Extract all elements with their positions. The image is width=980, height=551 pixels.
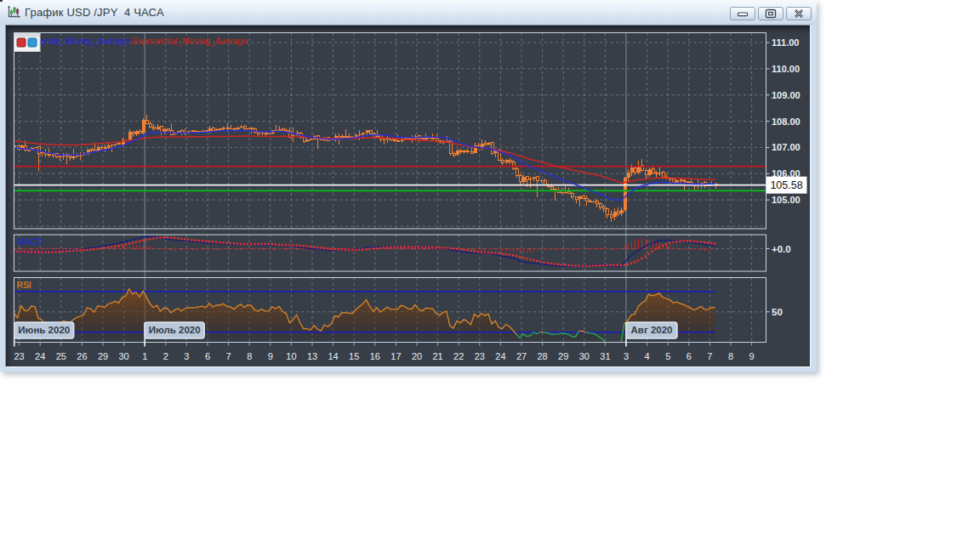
month-box-label: Июль 2020 bbox=[149, 325, 201, 335]
svg-text:28: 28 bbox=[537, 351, 547, 361]
restore-button[interactable] bbox=[758, 7, 783, 20]
svg-text:.Exponential_Moving_Average: .Exponential_Moving_Average bbox=[129, 36, 247, 46]
rsi-area-fill bbox=[10, 289, 715, 344]
svg-text:6: 6 bbox=[205, 351, 210, 361]
svg-text:10: 10 bbox=[286, 351, 296, 361]
svg-text:20: 20 bbox=[412, 351, 422, 361]
svg-text:105.00: 105.00 bbox=[772, 195, 801, 205]
svg-text:22: 22 bbox=[453, 351, 464, 361]
fast-ema-line-blue bbox=[10, 130, 715, 200]
svg-text:8: 8 bbox=[247, 351, 252, 361]
close-button[interactable] bbox=[786, 7, 812, 20]
svg-text:17: 17 bbox=[390, 351, 401, 361]
window-controls bbox=[730, 7, 812, 20]
svg-text:8: 8 bbox=[728, 351, 733, 361]
svg-text:2: 2 bbox=[163, 351, 168, 361]
svg-text:29: 29 bbox=[98, 351, 108, 361]
window-corner-artifact bbox=[0, 0, 3, 2]
indicator-legend: Exponential_Moving_Average.Exponential_M… bbox=[14, 33, 248, 52]
svg-text:23: 23 bbox=[475, 351, 485, 361]
svg-text:4: 4 bbox=[645, 351, 650, 361]
svg-text:110.00: 110.00 bbox=[772, 64, 800, 74]
svg-text:25: 25 bbox=[56, 351, 66, 361]
svg-text:109.00: 109.00 bbox=[772, 90, 801, 100]
month-box-label: Июнь 2020 bbox=[18, 325, 70, 335]
svg-text:108.00: 108.00 bbox=[772, 116, 801, 127]
svg-text:3: 3 bbox=[184, 351, 189, 361]
panel-labels: MACDRSI bbox=[17, 236, 43, 290]
svg-text:9: 9 bbox=[749, 351, 755, 361]
rsi-mid-label: 50 bbox=[772, 307, 783, 317]
svg-text:7: 7 bbox=[707, 351, 712, 361]
svg-text:31: 31 bbox=[600, 351, 610, 361]
restore-icon bbox=[765, 9, 777, 19]
legend-swatch-red bbox=[17, 38, 26, 47]
candlesticks-layer bbox=[9, 115, 717, 222]
svg-text:6: 6 bbox=[687, 351, 692, 361]
minimize-button[interactable] bbox=[730, 7, 755, 20]
desktop: График USD /JPY 4 ЧАСА bbox=[0, 0, 980, 551]
svg-text:14: 14 bbox=[328, 351, 338, 361]
chart-window[interactable]: График USD /JPY 4 ЧАСА bbox=[0, 0, 817, 372]
svg-text:21: 21 bbox=[432, 351, 442, 361]
month-separator-lines bbox=[145, 33, 626, 343]
macd-line bbox=[10, 236, 715, 266]
macd-signal-dots bbox=[9, 236, 716, 267]
svg-text:107.00: 107.00 bbox=[772, 142, 801, 152]
svg-text:105.58: 105.58 bbox=[770, 179, 802, 191]
time-axis: 2324252629301236789101314151617202122232… bbox=[14, 343, 754, 362]
svg-text:24: 24 bbox=[35, 351, 45, 361]
slow-ema-line-red bbox=[10, 136, 715, 183]
svg-text:3: 3 bbox=[624, 351, 629, 361]
svg-text:16: 16 bbox=[370, 351, 380, 361]
svg-text:13: 13 bbox=[307, 351, 317, 361]
svg-text:5: 5 bbox=[665, 351, 670, 361]
svg-text:15: 15 bbox=[349, 351, 359, 361]
svg-text:23: 23 bbox=[14, 351, 24, 361]
candlestick-chart-icon bbox=[7, 5, 21, 20]
month-box-label: Авг 2020 bbox=[631, 325, 673, 335]
current-price-tag: 105.58 bbox=[766, 177, 807, 194]
svg-text:7: 7 bbox=[226, 351, 231, 361]
svg-text:29: 29 bbox=[558, 351, 568, 361]
chart-canvas[interactable]: 111.00110.00109.00108.00107.00106.00105.… bbox=[6, 26, 810, 366]
macd-label: MACD bbox=[17, 236, 43, 247]
minimize-icon bbox=[737, 9, 749, 18]
svg-text:24: 24 bbox=[495, 351, 505, 361]
title-bar[interactable]: График USD /JPY 4 ЧАСА bbox=[0, 0, 817, 25]
svg-text:1: 1 bbox=[142, 351, 147, 361]
svg-text:111.00: 111.00 bbox=[772, 37, 799, 48]
svg-text:30: 30 bbox=[579, 351, 590, 361]
window-title: График USD /JPY 4 ЧАСА bbox=[25, 0, 164, 25]
svg-text:27: 27 bbox=[516, 351, 527, 361]
rsi-layer bbox=[10, 289, 715, 344]
close-icon bbox=[794, 9, 804, 18]
rsi-label: RSI bbox=[17, 280, 31, 290]
macd-zero-label: +0.0 bbox=[772, 244, 791, 254]
svg-text:9: 9 bbox=[268, 351, 273, 361]
svg-text:26: 26 bbox=[77, 351, 87, 361]
legend-swatch-blue bbox=[28, 38, 37, 47]
svg-text:30: 30 bbox=[118, 351, 128, 361]
chart-client-area[interactable]: 111.00110.00109.00108.00107.00106.00105.… bbox=[5, 25, 811, 367]
